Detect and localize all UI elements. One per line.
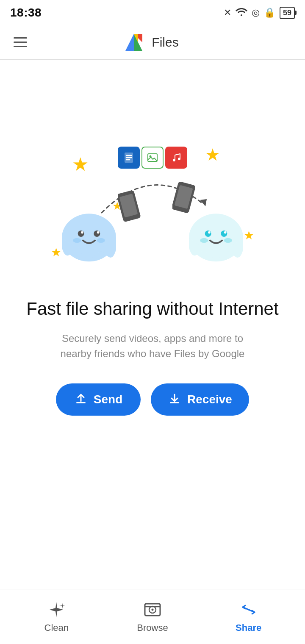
illustration: ★ ★ ★ ★ ★ xyxy=(47,128,258,272)
svg-point-31 xyxy=(224,238,232,243)
status-icons: ✕ ◎ 🔒 59 xyxy=(224,7,295,19)
svg-point-29 xyxy=(224,231,227,234)
app-logo xyxy=(123,31,145,53)
nav-item-clean[interactable]: Clean xyxy=(8,595,105,638)
browse-label: Browse xyxy=(137,622,168,633)
clean-icon xyxy=(47,600,66,619)
menu-button[interactable] xyxy=(10,34,30,50)
svg-point-28 xyxy=(208,231,211,234)
bottom-nav: Clean Browse Share xyxy=(0,589,305,644)
battery-indicator: 59 xyxy=(280,7,295,19)
app-bar: Files xyxy=(0,25,305,59)
svg-rect-33 xyxy=(170,402,179,403)
svg-point-22 xyxy=(97,231,100,234)
svg-point-36 xyxy=(152,608,154,611)
share-label: Share xyxy=(236,622,261,633)
page-heading: Fast file sharing without Internet xyxy=(26,297,278,321)
svg-point-20 xyxy=(94,230,100,237)
svg-rect-32 xyxy=(76,402,86,403)
send-icon xyxy=(74,391,88,408)
svg-point-30 xyxy=(200,238,208,243)
ghost-left xyxy=(55,196,123,264)
nav-item-browse[interactable]: Browse xyxy=(105,595,201,638)
svg-point-23 xyxy=(73,238,81,243)
status-time: 18:38 xyxy=(10,6,42,19)
clean-label: Clean xyxy=(44,622,69,633)
wifi-icon xyxy=(236,7,247,19)
svg-point-19 xyxy=(78,230,84,237)
action-buttons: Send Receive xyxy=(56,383,249,416)
ghost-right xyxy=(182,196,250,264)
status-bar: 18:38 ✕ ◎ 🔒 59 xyxy=(0,0,305,25)
main-content: ★ ★ ★ ★ ★ xyxy=(0,60,305,433)
receive-label: Receive xyxy=(187,393,232,406)
x-icon: ✕ xyxy=(224,7,231,18)
lock-icon: 🔒 xyxy=(264,7,275,18)
send-label: Send xyxy=(94,393,122,406)
page-subtext: Securely send videos, apps and more to n… xyxy=(47,331,258,361)
svg-point-21 xyxy=(81,231,83,234)
svg-point-26 xyxy=(205,230,211,237)
svg-point-27 xyxy=(221,230,227,237)
receive-button[interactable]: Receive xyxy=(151,383,249,416)
nav-item-share[interactable]: Share xyxy=(200,595,297,638)
svg-point-24 xyxy=(97,238,105,243)
browse-icon xyxy=(143,600,162,619)
receive-icon xyxy=(168,391,181,408)
share-icon xyxy=(239,600,258,619)
app-title: Files xyxy=(152,35,178,50)
send-button[interactable]: Send xyxy=(56,383,141,416)
app-title-area: Files xyxy=(123,31,178,53)
circle-icon: ◎ xyxy=(252,7,260,18)
